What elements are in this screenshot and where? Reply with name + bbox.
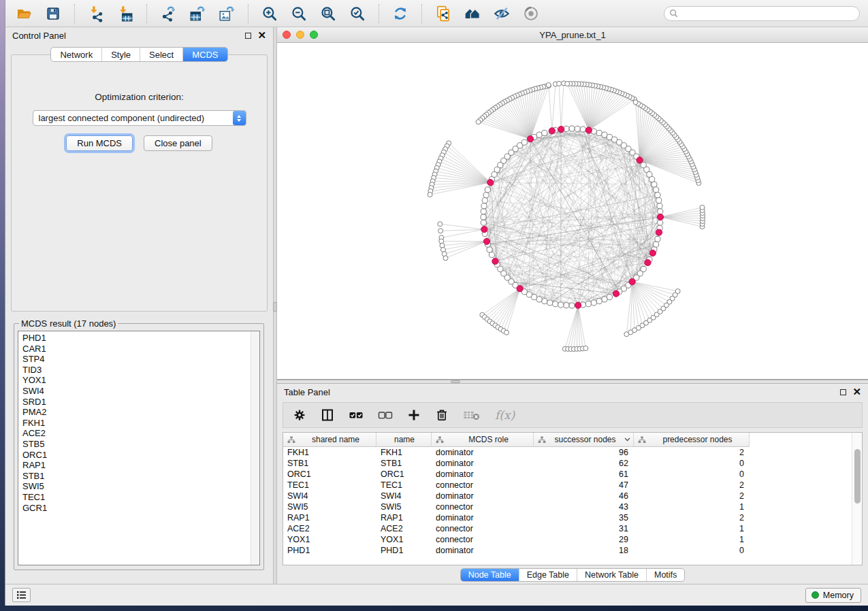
- graph-node[interactable]: [569, 303, 575, 308]
- table-cell[interactable]: SWI5: [283, 502, 376, 512]
- table-cell[interactable]: 0: [634, 546, 750, 555]
- graph-node[interactable]: [675, 289, 680, 294]
- graph-node[interactable]: [654, 187, 659, 193]
- select-all-icon[interactable]: [349, 408, 364, 422]
- delete-table-icon[interactable]: [463, 408, 481, 422]
- save-session-icon[interactable]: [43, 4, 63, 23]
- zoom-in-icon[interactable]: [259, 4, 280, 23]
- table-cell[interactable]: SWI4: [283, 491, 376, 501]
- table-row[interactable]: SWI4SWI4dominator462: [283, 491, 852, 501]
- criterion-dropdown[interactable]: largest connected component (undirected): [33, 110, 246, 126]
- graph-node[interactable]: [596, 130, 602, 135]
- table-cell[interactable]: 2: [634, 513, 750, 523]
- table-cell[interactable]: 1: [634, 524, 750, 533]
- graph-node[interactable]: [542, 299, 547, 304]
- share-session-icon[interactable]: [433, 4, 453, 23]
- table-row[interactable]: TEC1TEC1connector472: [283, 480, 852, 491]
- graph-hub-node[interactable]: [527, 136, 533, 142]
- table-cell[interactable]: RAP1: [376, 513, 432, 523]
- graph-node[interactable]: [536, 132, 542, 137]
- table-cell[interactable]: PHD1: [283, 546, 376, 555]
- table-cell[interactable]: SWI4: [376, 491, 432, 501]
- mcds-result-item[interactable]: ORC1: [22, 450, 251, 461]
- table-scrollbar[interactable]: [852, 433, 862, 565]
- table-cell[interactable]: ACE2: [376, 524, 432, 533]
- table-cell[interactable]: 31: [534, 524, 634, 533]
- zoom-out-icon[interactable]: [289, 4, 309, 23]
- table-cell[interactable]: dominator: [432, 513, 534, 523]
- table-cell[interactable]: 0: [634, 459, 750, 468]
- show-eye-icon[interactable]: [521, 4, 541, 23]
- table-cell[interactable]: PHD1: [376, 546, 432, 555]
- graph-hub-node[interactable]: [637, 157, 643, 163]
- mcds-result-item[interactable]: CAR1: [22, 344, 251, 354]
- graph-hub-node[interactable]: [558, 126, 564, 132]
- horizontal-splitter[interactable]: [277, 380, 868, 384]
- memory-button[interactable]: Memory: [805, 588, 861, 603]
- network-titlebar[interactable]: YPA_prune.txt_1: [277, 27, 868, 43]
- graph-hub-node[interactable]: [487, 180, 494, 186]
- mcds-result-item[interactable]: SWI5: [22, 481, 251, 492]
- close-panel-button[interactable]: Close panel: [144, 135, 212, 151]
- mcds-result-item[interactable]: GCR1: [22, 503, 251, 514]
- import-table-icon[interactable]: [115, 4, 135, 23]
- table-cell[interactable]: ACE2: [283, 524, 376, 533]
- graph-node[interactable]: [591, 300, 596, 306]
- table-row[interactable]: ORC1ORC1dominator610: [283, 469, 852, 480]
- table-cell[interactable]: 18: [534, 546, 634, 555]
- graph-node[interactable]: [564, 303, 569, 308]
- show-columns-icon[interactable]: [321, 408, 334, 422]
- table-cell[interactable]: connector: [432, 480, 534, 490]
- graph-node[interactable]: [485, 187, 490, 193]
- graph-node[interactable]: [443, 256, 448, 261]
- tab-select[interactable]: Select: [140, 48, 183, 61]
- table-cell[interactable]: 2: [634, 491, 750, 501]
- run-mcds-button[interactable]: Run MCDS: [66, 135, 133, 151]
- graph-hub-node[interactable]: [645, 259, 651, 265]
- deselect-all-icon[interactable]: [378, 408, 393, 422]
- import-network-icon[interactable]: [86, 4, 106, 23]
- table-cell[interactable]: 46: [534, 491, 634, 501]
- graph-node[interactable]: [596, 299, 602, 304]
- graph-node[interactable]: [438, 229, 443, 233]
- mcds-result-item[interactable]: YOX1: [22, 375, 251, 386]
- column-header-name[interactable]: name: [376, 433, 432, 446]
- table-row[interactable]: SWI5SWI5connector431: [283, 501, 852, 512]
- graph-hub-node[interactable]: [517, 286, 523, 292]
- mcds-result-item[interactable]: STB5: [22, 439, 251, 450]
- mcds-result-item[interactable]: ACE2: [22, 428, 251, 439]
- status-list-button[interactable]: [12, 588, 31, 602]
- tab-mcds[interactable]: MCDS: [183, 48, 227, 61]
- graph-hub-node[interactable]: [481, 227, 487, 233]
- mcds-result-item[interactable]: TID3: [22, 365, 251, 376]
- table-cell[interactable]: dominator: [432, 469, 534, 479]
- splitter-grip[interactable]: [451, 380, 460, 383]
- search-input[interactable]: [681, 9, 854, 18]
- table-cell[interactable]: 2: [634, 480, 750, 490]
- network-graph[interactable]: [277, 43, 868, 379]
- mcds-result-item[interactable]: STP4: [22, 354, 251, 365]
- table-cell[interactable]: ORC1: [376, 469, 432, 479]
- mcds-result-item[interactable]: PHD1: [22, 333, 251, 344]
- graph-node[interactable]: [700, 205, 705, 210]
- graph-node[interactable]: [585, 301, 591, 307]
- graph-node[interactable]: [575, 126, 580, 131]
- table-cell[interactable]: SWI5: [376, 502, 432, 512]
- table-cell[interactable]: FKH1: [376, 448, 432, 457]
- mcds-result-item[interactable]: STB1: [22, 471, 251, 482]
- graph-node[interactable]: [483, 193, 489, 198]
- graph-hub-node[interactable]: [483, 238, 489, 244]
- table-cell[interactable]: 0: [634, 469, 750, 479]
- graph-node[interactable]: [657, 203, 662, 209]
- graph-hub-node[interactable]: [613, 291, 619, 297]
- graph-hub-node[interactable]: [657, 214, 663, 220]
- hide-analyzer-icon[interactable]: [492, 4, 512, 23]
- graph-hub-node[interactable]: [575, 302, 581, 308]
- column-header-MCDS-role[interactable]: MCDS role: [432, 433, 534, 446]
- tab-style[interactable]: Style: [102, 48, 140, 61]
- graph-node[interactable]: [569, 126, 575, 131]
- table-cell[interactable]: 1: [634, 502, 750, 512]
- home-icon[interactable]: [462, 4, 483, 23]
- close-panel-icon[interactable]: ✕: [257, 32, 266, 39]
- tab-node-table[interactable]: Node Table: [461, 569, 519, 581]
